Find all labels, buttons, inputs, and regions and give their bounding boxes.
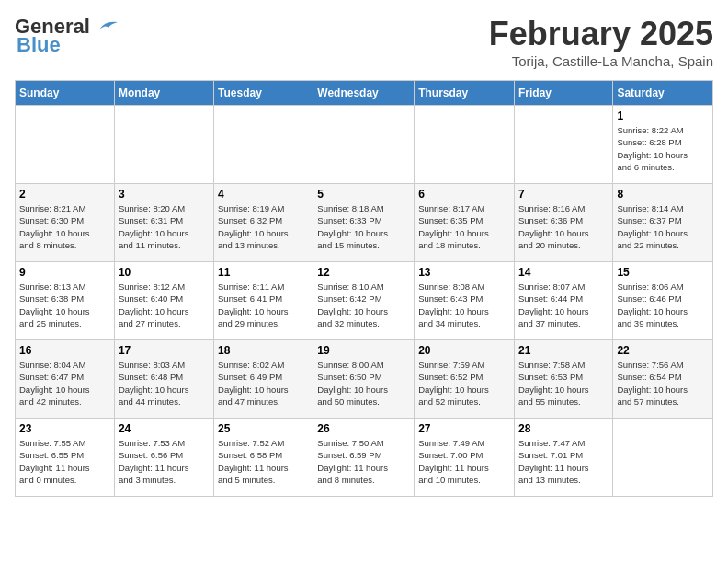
day-number: 25 (218, 422, 309, 435)
calendar-cell: 3Sunrise: 8:20 AM Sunset: 6:31 PM Daylig… (114, 184, 213, 262)
calendar-cell: 23Sunrise: 7:55 AM Sunset: 6:55 PM Dayli… (16, 419, 115, 497)
day-number: 12 (317, 266, 410, 279)
day-sun-info: Sunrise: 7:49 AM Sunset: 7:00 PM Dayligh… (418, 437, 510, 486)
calendar-cell (613, 419, 713, 497)
title-area: February 2025 Torija, Castille-La Mancha… (489, 15, 713, 69)
day-number: 7 (518, 188, 609, 201)
calendar-cell (514, 106, 612, 184)
day-sun-info: Sunrise: 8:16 AM Sunset: 6:36 PM Dayligh… (518, 202, 609, 251)
day-number: 9 (19, 266, 110, 279)
day-sun-info: Sunrise: 8:18 AM Sunset: 6:33 PM Dayligh… (317, 202, 410, 251)
day-number: 8 (617, 188, 709, 201)
day-sun-info: Sunrise: 7:52 AM Sunset: 6:58 PM Dayligh… (218, 437, 309, 486)
day-number: 20 (418, 344, 510, 357)
day-sun-info: Sunrise: 8:04 AM Sunset: 6:47 PM Dayligh… (19, 359, 110, 408)
calendar-cell: 10Sunrise: 8:12 AM Sunset: 6:40 PM Dayli… (114, 262, 213, 340)
logo-bird-icon (92, 17, 119, 37)
day-number: 16 (19, 344, 110, 357)
calendar-cell: 13Sunrise: 8:08 AM Sunset: 6:43 PM Dayli… (415, 262, 515, 340)
day-of-week-header: Monday (114, 81, 213, 106)
logo-text-blue: Blue (17, 33, 61, 57)
calendar-cell: 15Sunrise: 8:06 AM Sunset: 6:46 PM Dayli… (613, 262, 713, 340)
day-sun-info: Sunrise: 7:53 AM Sunset: 6:56 PM Dayligh… (119, 437, 210, 486)
calendar-table: SundayMondayTuesdayWednesdayThursdayFrid… (15, 80, 713, 497)
calendar-cell: 4Sunrise: 8:19 AM Sunset: 6:32 PM Daylig… (214, 184, 313, 262)
day-number: 3 (119, 188, 210, 201)
day-sun-info: Sunrise: 7:50 AM Sunset: 6:59 PM Dayligh… (317, 437, 410, 486)
calendar-cell (313, 106, 415, 184)
day-number: 10 (119, 266, 210, 279)
day-number: 27 (418, 422, 510, 435)
calendar-cell: 22Sunrise: 7:56 AM Sunset: 6:54 PM Dayli… (613, 340, 713, 419)
day-number: 26 (317, 422, 410, 435)
day-sun-info: Sunrise: 7:47 AM Sunset: 7:01 PM Dayligh… (518, 437, 609, 486)
day-of-week-header: Friday (514, 81, 612, 106)
calendar-cell (114, 106, 213, 184)
calendar-cell: 8Sunrise: 8:14 AM Sunset: 6:37 PM Daylig… (613, 184, 713, 262)
logo: General Blue (15, 15, 119, 57)
calendar-cell: 12Sunrise: 8:10 AM Sunset: 6:42 PM Dayli… (313, 262, 415, 340)
calendar-cell: 16Sunrise: 8:04 AM Sunset: 6:47 PM Dayli… (16, 340, 115, 419)
calendar-cell: 18Sunrise: 8:02 AM Sunset: 6:49 PM Dayli… (214, 340, 313, 419)
calendar-cell: 2Sunrise: 8:21 AM Sunset: 6:30 PM Daylig… (16, 184, 115, 262)
calendar-cell: 28Sunrise: 7:47 AM Sunset: 7:01 PM Dayli… (514, 419, 612, 497)
day-sun-info: Sunrise: 8:00 AM Sunset: 6:50 PM Dayligh… (317, 359, 410, 408)
calendar-cell (415, 106, 515, 184)
day-number: 21 (518, 344, 609, 357)
calendar-cell: 19Sunrise: 8:00 AM Sunset: 6:50 PM Dayli… (313, 340, 415, 419)
calendar-cell: 20Sunrise: 7:59 AM Sunset: 6:52 PM Dayli… (415, 340, 515, 419)
calendar-cell: 27Sunrise: 7:49 AM Sunset: 7:00 PM Dayli… (415, 419, 515, 497)
day-sun-info: Sunrise: 8:22 AM Sunset: 6:28 PM Dayligh… (617, 124, 709, 173)
day-sun-info: Sunrise: 8:13 AM Sunset: 6:38 PM Dayligh… (19, 281, 110, 329)
day-sun-info: Sunrise: 8:19 AM Sunset: 6:32 PM Dayligh… (218, 202, 309, 251)
day-number: 24 (119, 422, 210, 435)
calendar-cell: 11Sunrise: 8:11 AM Sunset: 6:41 PM Dayli… (214, 262, 313, 340)
calendar-cell: 1Sunrise: 8:22 AM Sunset: 6:28 PM Daylig… (613, 106, 713, 184)
day-number: 11 (218, 266, 309, 279)
day-number: 4 (218, 188, 309, 201)
day-sun-info: Sunrise: 8:20 AM Sunset: 6:31 PM Dayligh… (119, 202, 210, 251)
calendar-cell: 7Sunrise: 8:16 AM Sunset: 6:36 PM Daylig… (514, 184, 612, 262)
calendar-cell: 14Sunrise: 8:07 AM Sunset: 6:44 PM Dayli… (514, 262, 612, 340)
calendar-cell: 6Sunrise: 8:17 AM Sunset: 6:35 PM Daylig… (415, 184, 515, 262)
day-number: 13 (418, 266, 510, 279)
day-number: 23 (19, 422, 110, 435)
day-number: 1 (617, 109, 709, 122)
day-number: 18 (218, 344, 309, 357)
day-sun-info: Sunrise: 8:12 AM Sunset: 6:40 PM Dayligh… (119, 281, 210, 329)
day-sun-info: Sunrise: 7:56 AM Sunset: 6:54 PM Dayligh… (617, 359, 709, 408)
day-sun-info: Sunrise: 8:11 AM Sunset: 6:41 PM Dayligh… (218, 281, 309, 329)
calendar-cell (214, 106, 313, 184)
location-subtitle: Torija, Castille-La Mancha, Spain (489, 53, 713, 69)
calendar-cell: 26Sunrise: 7:50 AM Sunset: 6:59 PM Dayli… (313, 419, 415, 497)
calendar-cell (16, 106, 115, 184)
day-number: 5 (317, 188, 410, 201)
calendar-cell: 9Sunrise: 8:13 AM Sunset: 6:38 PM Daylig… (16, 262, 115, 340)
day-sun-info: Sunrise: 8:03 AM Sunset: 6:48 PM Dayligh… (119, 359, 210, 408)
day-of-week-header: Tuesday (214, 81, 313, 106)
day-sun-info: Sunrise: 8:08 AM Sunset: 6:43 PM Dayligh… (418, 281, 510, 329)
day-of-week-header: Wednesday (313, 81, 415, 106)
day-of-week-header: Thursday (415, 81, 515, 106)
month-year-title: February 2025 (489, 15, 713, 53)
day-sun-info: Sunrise: 7:58 AM Sunset: 6:53 PM Dayligh… (518, 359, 609, 408)
day-number: 28 (518, 422, 609, 435)
day-sun-info: Sunrise: 7:59 AM Sunset: 6:52 PM Dayligh… (418, 359, 510, 408)
calendar-cell: 17Sunrise: 8:03 AM Sunset: 6:48 PM Dayli… (114, 340, 213, 419)
day-of-week-header: Sunday (16, 81, 115, 106)
calendar-cell: 25Sunrise: 7:52 AM Sunset: 6:58 PM Dayli… (214, 419, 313, 497)
day-sun-info: Sunrise: 8:21 AM Sunset: 6:30 PM Dayligh… (19, 202, 110, 251)
day-number: 6 (418, 188, 510, 201)
day-number: 22 (617, 344, 709, 357)
calendar-cell: 21Sunrise: 7:58 AM Sunset: 6:53 PM Dayli… (514, 340, 612, 419)
day-sun-info: Sunrise: 8:10 AM Sunset: 6:42 PM Dayligh… (317, 281, 410, 329)
day-sun-info: Sunrise: 8:06 AM Sunset: 6:46 PM Dayligh… (617, 281, 709, 329)
day-sun-info: Sunrise: 8:02 AM Sunset: 6:49 PM Dayligh… (218, 359, 309, 408)
day-number: 17 (119, 344, 210, 357)
header: General Blue February 2025 Torija, Casti… (15, 15, 713, 69)
day-sun-info: Sunrise: 8:14 AM Sunset: 6:37 PM Dayligh… (617, 202, 709, 251)
day-sun-info: Sunrise: 8:17 AM Sunset: 6:35 PM Dayligh… (418, 202, 510, 251)
day-number: 19 (317, 344, 410, 357)
day-number: 15 (617, 266, 709, 279)
day-number: 2 (19, 188, 110, 201)
